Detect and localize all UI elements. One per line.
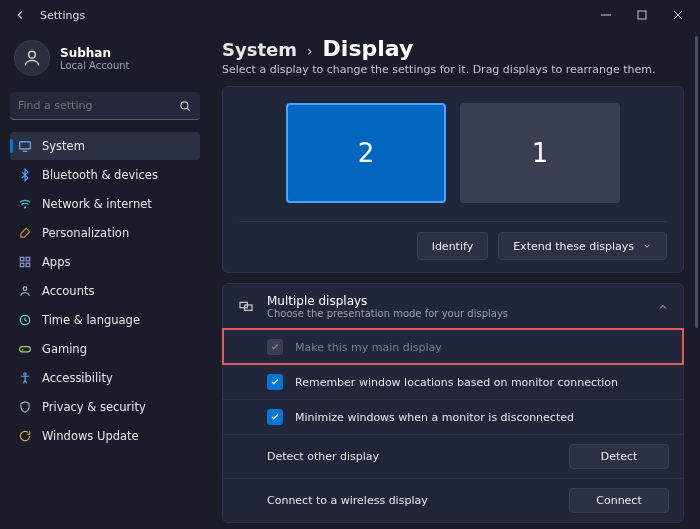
svg-line-6 [187,108,190,111]
nav-label: Privacy & security [42,400,146,414]
svg-point-9 [24,207,25,208]
avatar [14,40,50,76]
nav-item-time[interactable]: Time & language [10,306,200,334]
clock-icon [18,313,32,327]
nav-label: Network & internet [42,197,152,211]
checkbox-remember[interactable] [267,374,283,390]
nav-label: Windows Update [42,429,139,443]
nav-item-accessibility[interactable]: Accessibility [10,364,200,392]
page-subtitle: Select a display to change the settings … [222,63,684,76]
svg-rect-10 [20,257,24,261]
svg-rect-12 [20,263,24,267]
maximize-button[interactable] [624,1,660,29]
section-title: Multiple displays [267,294,645,308]
svg-rect-13 [26,263,30,267]
svg-rect-11 [26,257,30,261]
option-label: Make this my main display [295,341,669,354]
chevron-right-icon: › [307,43,313,59]
nav-list: System Bluetooth & devices Network & int… [10,132,200,450]
shield-icon [18,400,32,414]
section-header[interactable]: Multiple displays Choose the presentatio… [223,284,683,329]
wifi-icon [18,197,32,211]
checkmark-icon [270,412,280,422]
svg-point-14 [23,287,27,291]
nav-item-personalization[interactable]: Personalization [10,219,200,247]
sidebar: Subhan Local Account System Bluetooth & … [0,30,210,529]
option-detect: Detect other display Detect [223,434,683,478]
svg-rect-7 [20,142,31,149]
nav-label: Personalization [42,226,129,240]
displays-row[interactable]: 2 1 [239,103,667,203]
connect-button[interactable]: Connect [569,488,669,513]
bluetooth-icon [18,168,32,182]
nav-item-system[interactable]: System [10,132,200,160]
breadcrumb: System › Display [222,36,684,61]
close-icon [673,10,683,20]
back-button[interactable] [8,3,32,27]
nav-label: Bluetooth & devices [42,168,158,182]
option-label: Detect other display [267,450,557,463]
nav-label: System [42,139,85,153]
option-minimize-windows[interactable]: Minimize windows when a monitor is disco… [223,399,683,434]
profile-sub: Local Account [60,60,129,71]
brush-icon [18,226,32,240]
maximize-icon [637,10,647,20]
nav-label: Accounts [42,284,94,298]
nav-item-accounts[interactable]: Accounts [10,277,200,305]
displays-icon [237,299,255,315]
accessibility-icon [18,371,32,385]
identify-button[interactable]: Identify [417,232,489,260]
nav-label: Time & language [42,313,140,327]
close-button[interactable] [660,1,696,29]
nav-label: Accessibility [42,371,113,385]
nav-item-privacy[interactable]: Privacy & security [10,393,200,421]
svg-point-4 [29,51,36,58]
breadcrumb-parent[interactable]: System [222,39,297,60]
search-icon [178,99,192,113]
option-connect: Connect to a wireless display Connect [223,478,683,522]
nav-item-apps[interactable]: Apps [10,248,200,276]
checkbox-main [267,339,283,355]
accounts-icon [18,284,32,298]
search-box[interactable] [10,92,200,120]
extend-dropdown[interactable]: Extend these displays [498,232,667,260]
section-subtitle: Choose the presentation mode for your di… [267,308,645,319]
detect-button[interactable]: Detect [569,444,669,469]
option-remember-locations[interactable]: Remember window locations based on monit… [223,364,683,399]
apps-icon [18,255,32,269]
scrollbar[interactable] [694,36,698,523]
checkmark-icon [270,377,280,387]
breadcrumb-current: Display [323,36,414,61]
option-main-display: Make this my main display [223,329,683,364]
monitor-2[interactable]: 2 [286,103,446,203]
scrollbar-thumb[interactable] [695,36,698,328]
option-label: Remember window locations based on monit… [295,376,669,389]
multiple-displays-section: Multiple displays Choose the presentatio… [222,283,684,523]
search-input[interactable] [18,99,178,112]
checkbox-minimize[interactable] [267,409,283,425]
option-label: Minimize windows when a monitor is disco… [295,411,669,424]
content-area: System › Display Select a display to cha… [210,30,700,529]
chevron-down-icon [642,241,652,251]
minimize-button[interactable] [588,1,624,29]
svg-point-5 [181,101,188,108]
chevron-up-icon [657,301,669,313]
nav-item-bluetooth[interactable]: Bluetooth & devices [10,161,200,189]
svg-rect-1 [638,11,646,19]
profile-block[interactable]: Subhan Local Account [10,36,200,86]
nav-item-gaming[interactable]: Gaming [10,335,200,363]
nav-item-update[interactable]: Windows Update [10,422,200,450]
option-label: Connect to a wireless display [267,494,557,507]
person-icon [22,48,42,68]
gaming-icon [18,342,32,356]
nav-label: Gaming [42,342,87,356]
system-icon [18,139,32,153]
nav-item-network[interactable]: Network & internet [10,190,200,218]
monitor-1[interactable]: 1 [460,103,620,203]
titlebar: Settings [0,0,700,30]
profile-name: Subhan [60,46,129,60]
svg-point-19 [24,373,26,375]
minimize-icon [601,10,611,20]
window-title: Settings [40,9,85,22]
update-icon [18,429,32,443]
